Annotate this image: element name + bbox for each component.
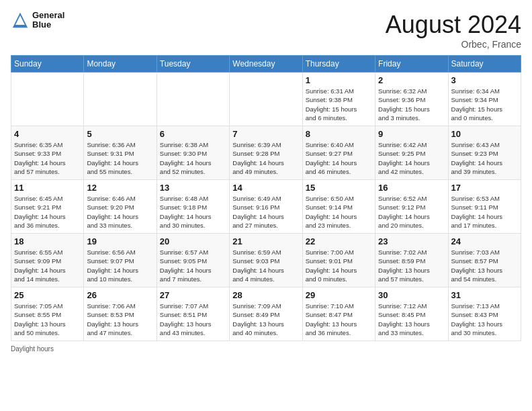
calendar-cell: 14Sunrise: 6:49 AM Sunset: 9:16 PM Dayli… (230, 180, 302, 234)
calendar-cell (230, 73, 302, 126)
col-header-monday: Monday (84, 56, 157, 73)
calendar-cell: 28Sunrise: 7:09 AM Sunset: 8:49 PM Dayli… (230, 287, 302, 341)
calendar-cell: 20Sunrise: 6:57 AM Sunset: 9:05 PM Dayli… (157, 234, 229, 287)
calendar-cell: 15Sunrise: 6:50 AM Sunset: 9:14 PM Dayli… (302, 180, 375, 234)
day-number: 9 (378, 129, 445, 139)
day-info: Sunrise: 6:31 AM Sunset: 9:38 PM Dayligh… (306, 87, 372, 122)
day-info: Sunrise: 7:00 AM Sunset: 9:01 PM Dayligh… (306, 248, 372, 283)
calendar-cell: 17Sunrise: 6:53 AM Sunset: 9:11 PM Dayli… (448, 180, 521, 234)
day-info: Sunrise: 6:46 AM Sunset: 9:20 PM Dayligh… (87, 194, 153, 230)
calendar-cell (157, 73, 229, 126)
day-number: 15 (306, 183, 372, 193)
col-header-tuesday: Tuesday (157, 56, 229, 73)
day-number: 31 (451, 290, 518, 300)
calendar-cell: 13Sunrise: 6:48 AM Sunset: 9:18 PM Dayli… (157, 180, 229, 234)
day-number: 28 (232, 290, 299, 300)
day-number: 3 (451, 75, 518, 85)
daylight-legend: Daylight hours (11, 345, 54, 353)
calendar-cell: 12Sunrise: 6:46 AM Sunset: 9:20 PM Dayli… (84, 180, 157, 234)
calendar-cell: 21Sunrise: 6:59 AM Sunset: 9:03 PM Dayli… (230, 234, 302, 287)
day-number: 17 (451, 183, 518, 193)
calendar-cell: 27Sunrise: 7:07 AM Sunset: 8:51 PM Dayli… (157, 287, 229, 341)
day-info: Sunrise: 6:56 AM Sunset: 9:07 PM Dayligh… (87, 248, 153, 283)
day-info: Sunrise: 7:10 AM Sunset: 8:47 PM Dayligh… (306, 302, 372, 337)
logo-line2: Blue (32, 20, 64, 30)
calendar-cell: 19Sunrise: 6:56 AM Sunset: 9:07 PM Dayli… (84, 234, 157, 287)
day-number: 26 (87, 290, 153, 300)
calendar-cell: 5Sunrise: 6:36 AM Sunset: 9:31 PM Daylig… (84, 126, 157, 180)
day-info: Sunrise: 6:59 AM Sunset: 9:03 PM Dayligh… (232, 248, 299, 283)
day-number: 24 (451, 236, 518, 246)
day-info: Sunrise: 7:02 AM Sunset: 8:59 PM Dayligh… (378, 248, 445, 283)
day-number: 29 (306, 290, 372, 300)
page-header: General Blue August 2024 Orbec, France (11, 11, 521, 50)
calendar-cell: 29Sunrise: 7:10 AM Sunset: 8:47 PM Dayli… (302, 287, 375, 341)
day-number: 21 (232, 236, 299, 246)
calendar-week-row: 4Sunrise: 6:35 AM Sunset: 9:33 PM Daylig… (11, 126, 521, 180)
calendar-cell: 4Sunrise: 6:35 AM Sunset: 9:33 PM Daylig… (11, 126, 84, 180)
day-info: Sunrise: 6:32 AM Sunset: 9:36 PM Dayligh… (378, 87, 445, 122)
day-number: 4 (14, 129, 81, 139)
day-number: 23 (378, 236, 445, 246)
day-info: Sunrise: 6:45 AM Sunset: 9:21 PM Dayligh… (14, 194, 81, 230)
calendar-cell: 3Sunrise: 6:34 AM Sunset: 9:34 PM Daylig… (448, 73, 521, 126)
calendar-week-row: 25Sunrise: 7:05 AM Sunset: 8:55 PM Dayli… (11, 287, 521, 341)
calendar-cell: 25Sunrise: 7:05 AM Sunset: 8:55 PM Dayli… (11, 287, 84, 341)
col-header-wednesday: Wednesday (230, 56, 302, 73)
day-number: 22 (306, 236, 372, 246)
logo-icon (11, 11, 30, 30)
calendar-table: SundayMondayTuesdayWednesdayThursdayFrid… (11, 55, 521, 341)
day-info: Sunrise: 7:05 AM Sunset: 8:55 PM Dayligh… (14, 302, 81, 337)
location: Orbec, France (386, 39, 521, 50)
logo-text: General Blue (32, 11, 64, 30)
day-info: Sunrise: 6:52 AM Sunset: 9:12 PM Dayligh… (378, 194, 445, 230)
logo-line1: General (32, 11, 64, 20)
col-header-sunday: Sunday (11, 56, 84, 73)
calendar-header-row: SundayMondayTuesdayWednesdayThursdayFrid… (11, 56, 521, 73)
col-header-saturday: Saturday (448, 56, 521, 73)
day-info: Sunrise: 6:39 AM Sunset: 9:28 PM Dayligh… (232, 140, 299, 176)
calendar-footer: Daylight hours (11, 345, 521, 353)
day-info: Sunrise: 6:38 AM Sunset: 9:30 PM Dayligh… (160, 140, 226, 176)
calendar-cell: 6Sunrise: 6:38 AM Sunset: 9:30 PM Daylig… (157, 126, 229, 180)
day-number: 5 (87, 129, 153, 139)
calendar-cell: 26Sunrise: 7:06 AM Sunset: 8:53 PM Dayli… (84, 287, 157, 341)
day-info: Sunrise: 6:40 AM Sunset: 9:27 PM Dayligh… (306, 140, 372, 176)
day-info: Sunrise: 6:57 AM Sunset: 9:05 PM Dayligh… (160, 248, 226, 283)
calendar-cell: 2Sunrise: 6:32 AM Sunset: 9:36 PM Daylig… (375, 73, 448, 126)
calendar-cell: 31Sunrise: 7:13 AM Sunset: 8:43 PM Dayli… (448, 287, 521, 341)
calendar-cell: 9Sunrise: 6:42 AM Sunset: 9:25 PM Daylig… (375, 126, 448, 180)
day-info: Sunrise: 6:49 AM Sunset: 9:16 PM Dayligh… (232, 194, 299, 230)
calendar-cell: 22Sunrise: 7:00 AM Sunset: 9:01 PM Dayli… (302, 234, 375, 287)
day-info: Sunrise: 6:34 AM Sunset: 9:34 PM Dayligh… (451, 87, 518, 122)
calendar-cell (11, 73, 84, 126)
calendar-week-row: 11Sunrise: 6:45 AM Sunset: 9:21 PM Dayli… (11, 180, 521, 234)
calendar-cell: 11Sunrise: 6:45 AM Sunset: 9:21 PM Dayli… (11, 180, 84, 234)
calendar-cell (84, 73, 157, 126)
col-header-friday: Friday (375, 56, 448, 73)
day-number: 8 (306, 129, 372, 139)
day-number: 6 (160, 129, 226, 139)
day-number: 2 (378, 75, 445, 85)
day-info: Sunrise: 6:48 AM Sunset: 9:18 PM Dayligh… (160, 194, 226, 230)
day-info: Sunrise: 7:12 AM Sunset: 8:45 PM Dayligh… (378, 302, 445, 337)
calendar-cell: 8Sunrise: 6:40 AM Sunset: 9:27 PM Daylig… (302, 126, 375, 180)
day-number: 20 (160, 236, 226, 246)
day-number: 11 (14, 183, 81, 193)
title-block: August 2024 Orbec, France (386, 11, 521, 50)
day-number: 7 (232, 129, 299, 139)
day-number: 18 (14, 236, 81, 246)
day-number: 12 (87, 183, 153, 193)
day-number: 16 (378, 183, 445, 193)
daylight-label: Daylight hours (11, 345, 54, 353)
day-number: 14 (232, 183, 299, 193)
day-number: 30 (378, 290, 445, 300)
day-info: Sunrise: 6:55 AM Sunset: 9:09 PM Dayligh… (14, 248, 81, 283)
day-info: Sunrise: 7:13 AM Sunset: 8:43 PM Dayligh… (451, 302, 518, 337)
day-number: 10 (451, 129, 518, 139)
day-info: Sunrise: 6:36 AM Sunset: 9:31 PM Dayligh… (87, 140, 153, 176)
calendar-cell: 24Sunrise: 7:03 AM Sunset: 8:57 PM Dayli… (448, 234, 521, 287)
month-year: August 2024 (386, 11, 521, 39)
day-info: Sunrise: 6:42 AM Sunset: 9:25 PM Dayligh… (378, 140, 445, 176)
calendar-cell: 16Sunrise: 6:52 AM Sunset: 9:12 PM Dayli… (375, 180, 448, 234)
